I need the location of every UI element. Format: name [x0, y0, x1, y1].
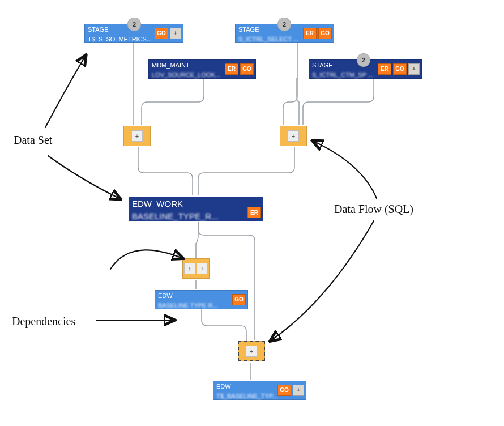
expand-icon[interactable]: +	[408, 63, 420, 75]
node-title: EDW_WORK	[129, 197, 263, 209]
count-pill: 2	[277, 18, 291, 31]
go-badge[interactable]: GO	[232, 294, 246, 305]
er-badge[interactable]: ER	[303, 28, 317, 39]
go-badge[interactable]: GO	[393, 63, 407, 75]
annotation-dataflow: Data Flow (SQL)	[334, 203, 413, 216]
go-badge[interactable]: GO	[240, 63, 254, 75]
mdm-maint-node[interactable]: MDM_MAINT LOV_SOURCE_LOOK... ER GO	[148, 59, 256, 79]
er-badge[interactable]: ER	[378, 63, 391, 75]
go-badge[interactable]: GO	[318, 28, 332, 39]
diagram-canvas: { "nodes": { "n1": { "line1": "STAGE", "…	[0, 0, 504, 426]
expand-icon[interactable]: +	[246, 346, 257, 357]
annotation-dataset: Data Set	[14, 134, 52, 147]
expand-icon[interactable]: +	[197, 263, 208, 274]
join-node[interactable]: ↑ +	[182, 258, 210, 279]
edw-ts-node[interactable]: EDW T$_BASELINE_TYP... GO +	[213, 381, 306, 400]
annotation-deps: Dependencies	[12, 315, 75, 328]
go-badge[interactable]: GO	[277, 385, 291, 396]
join-node-selected[interactable]: +	[238, 341, 265, 361]
expand-icon[interactable]: +	[288, 130, 299, 142]
edw-baseline-node[interactable]: EDW BASELINE TYPE R... GO	[155, 290, 248, 309]
go-badge[interactable]: GO	[155, 28, 168, 39]
join-node[interactable]: +	[280, 126, 307, 146]
count-pill: 2	[127, 18, 141, 31]
count-pill: 2	[357, 53, 370, 67]
edw-work-node[interactable]: EDW_WORK BASELINE_TYPE_R... ER	[129, 197, 263, 221]
expand-icon[interactable]: +	[293, 385, 304, 396]
er-badge[interactable]: ER	[225, 63, 238, 75]
join-node[interactable]: +	[123, 126, 151, 146]
er-badge[interactable]: ER	[247, 207, 261, 218]
expand-icon[interactable]: +	[131, 130, 143, 142]
expand-icon[interactable]: +	[170, 28, 181, 39]
node-subtitle: BASELINE_TYPE_R...	[129, 209, 263, 221]
up-arrow-icon[interactable]: ↑	[184, 263, 195, 274]
